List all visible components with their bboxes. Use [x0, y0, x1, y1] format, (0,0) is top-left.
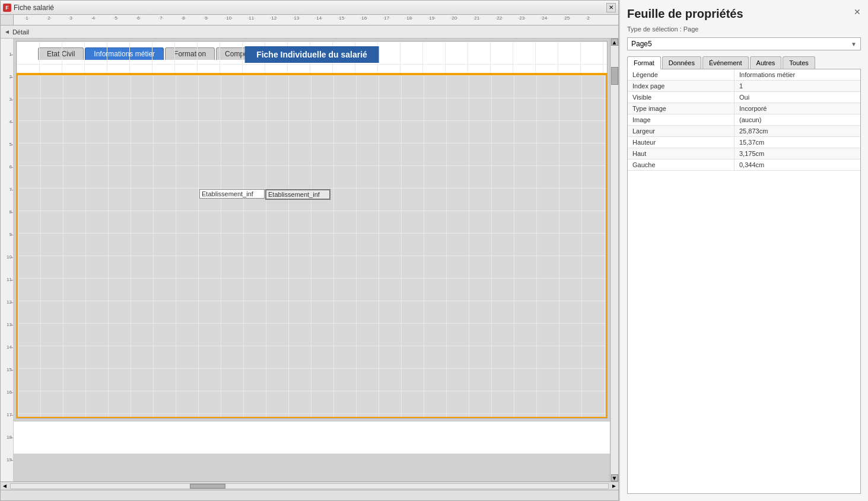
ruler-v-tick-6: 6: [1, 164, 14, 170]
props-row-hauteur: Hauteur 15,37cm: [628, 137, 860, 148]
ruler-v-tick-5: 5: [1, 142, 14, 147]
props-tab-toutes[interactable]: Toutes: [783, 56, 815, 69]
ruler-v-tick-18: 18: [1, 435, 14, 440]
props-selection-type: Type de sélection : Page: [627, 25, 861, 33]
window-close-button[interactable]: ✕: [606, 3, 616, 12]
props-value-legende: Informations métier: [735, 69, 860, 80]
props-tab-autres[interactable]: Autres: [750, 56, 782, 69]
bottom-area: [14, 421, 610, 454]
ruler-v-tick-10: 10: [1, 254, 14, 260]
ruler-v-tick-8: 8: [1, 209, 14, 215]
props-row-largeur: Largeur 25,873cm: [628, 126, 860, 137]
field-value-etablissement[interactable]: Etablissement_inf: [265, 189, 330, 200]
ruler-v-tick-9: 9: [1, 232, 14, 237]
ruler-v-tick-17: 17: [1, 412, 14, 417]
props-key-index-page: Index page: [628, 81, 735, 91]
props-row-gauche: Gauche 0,344cm: [628, 159, 860, 171]
props-tab-format[interactable]: Format: [627, 56, 661, 69]
props-value-gauche: 0,344cm: [735, 159, 860, 170]
canvas-inner: Fiche Individuelle du salarié Etat Civil…: [14, 41, 610, 481]
props-value-index-page: 1: [735, 81, 860, 91]
props-key-largeur: Largeur: [628, 126, 735, 136]
props-table: Légende Informations métier Index page 1…: [627, 69, 861, 494]
props-key-image: Image: [628, 114, 735, 125]
ruler-v-tick-4: 4: [1, 119, 14, 125]
ruler-v-tick-3: 3: [1, 97, 14, 102]
status-bar: [1, 490, 618, 500]
report-page: Fiche Individuelle du salarié Etat Civil…: [16, 41, 608, 419]
ruler-v-tick-1: 1: [1, 52, 14, 57]
props-dropdown-value: Page5: [631, 40, 652, 48]
vertical-scrollbar[interactable]: ▲ ▼: [610, 39, 618, 481]
ruler-v-tick-11: 11: [1, 277, 14, 282]
properties-panel: Feuille de propriétés ✕ Type de sélectio…: [619, 0, 868, 501]
field-label-etablissement[interactable]: Etablissement_inf: [199, 189, 265, 199]
props-header: Feuille de propriétés ✕: [627, 7, 861, 21]
scroll-track[interactable]: [611, 46, 618, 474]
designer-panel: F Fiche salarié ✕ ·1· ·2· ·3· ·4· ·5· ·6…: [0, 0, 619, 501]
props-key-gauche: Gauche: [628, 159, 735, 170]
props-tab-evenement[interactable]: Événement: [702, 56, 749, 69]
props-key-legende: Légende: [628, 69, 735, 80]
ruler-v-tick-13: 13: [1, 322, 14, 327]
section-arrow-icon: ◄: [4, 28, 10, 35]
props-value-type-image: Incorporé: [735, 103, 860, 114]
props-title: Feuille de propriétés: [627, 7, 743, 21]
title-bar: F Fiche salarié ✕: [1, 1, 618, 15]
props-row-legende: Légende Informations métier: [628, 69, 860, 81]
designer-body: 1 2 3 4 5 6 7 8 9 10 11 12 13 14 15 16 1…: [1, 39, 618, 481]
props-key-visible: Visible: [628, 92, 735, 103]
props-row-haut: Haut 3,175cm: [628, 148, 860, 159]
scroll-right-button[interactable]: ►: [610, 483, 618, 489]
props-row-visible: Visible Oui: [628, 92, 860, 103]
props-key-type-image: Type image: [628, 103, 735, 114]
canvas-area[interactable]: Fiche Individuelle du salarié Etat Civil…: [14, 39, 610, 481]
props-tab-donnees[interactable]: Données: [662, 56, 701, 69]
props-key-haut: Haut: [628, 148, 735, 159]
report-title-box: Fiche Individuelle du salarié: [244, 46, 379, 63]
props-value-hauteur: 15,37cm: [735, 137, 860, 148]
props-row-index-page: Index page 1: [628, 81, 860, 92]
ruler-v-tick-19: 19: [1, 457, 14, 462]
ruler-corner: [1, 15, 14, 25]
ruler-v-tick-14: 14: [1, 344, 14, 350]
props-value-image: (aucun): [735, 114, 860, 125]
scroll-up-button[interactable]: ▲: [611, 39, 618, 46]
report-content: Etablissement_inf Etablissement_inf: [17, 74, 607, 418]
props-value-visible: Oui: [735, 92, 860, 103]
ruler-v-tick-7: 7: [1, 187, 14, 192]
props-dropdown-arrow-icon: ▼: [851, 41, 857, 47]
props-tabs: Format Données Événement Autres Toutes: [627, 56, 861, 69]
ruler-v-tick-15: 15: [1, 367, 14, 372]
horizontal-scrollbar[interactable]: ◄ ►: [1, 481, 618, 490]
props-value-largeur: 25,873cm: [735, 126, 860, 136]
h-scroll-track[interactable]: [10, 483, 609, 489]
scroll-down-button[interactable]: ▼: [611, 474, 618, 481]
props-key-hauteur: Hauteur: [628, 137, 735, 148]
ruler-horizontal-container: ·1· ·2· ·3· ·4· ·5· ·6· ·7· ·8· ·9· ·10·…: [1, 15, 618, 25]
content-grid-overlay: [18, 75, 606, 417]
props-dropdown[interactable]: Page5 ▼: [627, 37, 861, 50]
tab-informations-metier[interactable]: Informations métier: [85, 47, 164, 60]
window-icon: F: [3, 4, 11, 12]
h-scroll-thumb[interactable]: [190, 484, 225, 489]
window-title: Fiche salarié: [14, 4, 604, 12]
tab-etat-civil[interactable]: Etat Civil: [38, 47, 84, 60]
props-close-button[interactable]: ✕: [854, 7, 861, 17]
props-row-image: Image (aucun): [628, 114, 860, 126]
report-header: Fiche Individuelle du salarié Etat Civil…: [17, 42, 607, 74]
ruler-v-tick-12: 12: [1, 299, 14, 305]
ruler-v-tick-16: 16: [1, 390, 14, 395]
props-row-type-image: Type image Incorporé: [628, 103, 860, 114]
props-value-haut: 3,175cm: [735, 148, 860, 159]
section-label: ◄ Détail: [1, 25, 618, 39]
ruler-v-tick-2: 2: [1, 74, 14, 79]
scroll-thumb[interactable]: [611, 67, 618, 85]
section-label-text: Détail: [12, 28, 29, 36]
tab-formation[interactable]: Formation: [165, 47, 215, 60]
scroll-left-button[interactable]: ◄: [1, 483, 9, 489]
ruler-vertical: 1 2 3 4 5 6 7 8 9 10 11 12 13 14 15 16 1…: [1, 39, 14, 481]
ruler-horizontal: ·1· ·2· ·3· ·4· ·5· ·6· ·7· ·8· ·9· ·10·…: [14, 15, 618, 25]
